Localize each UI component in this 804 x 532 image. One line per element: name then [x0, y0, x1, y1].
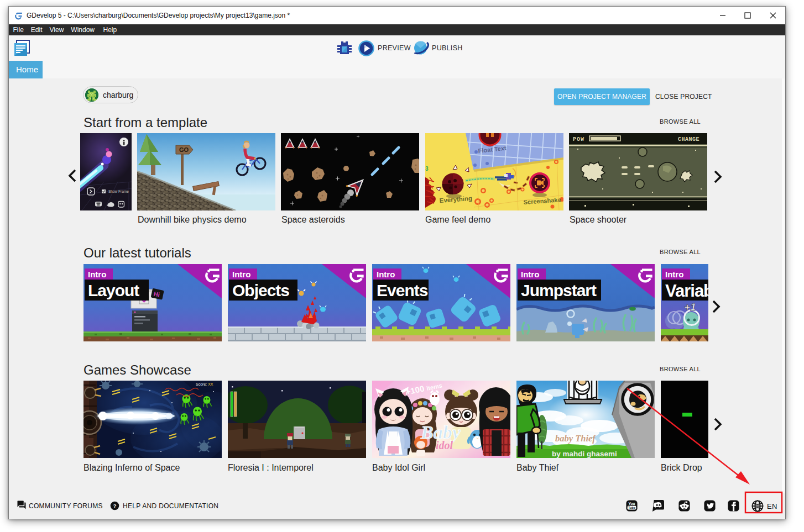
svg-text:3: 3 — [425, 166, 429, 172]
svg-text:idol: idol — [436, 439, 453, 451]
svg-text:Events: Events — [377, 281, 428, 299]
svg-text:Intro: Intro — [521, 270, 539, 279]
svg-text:Show Frame: Show Frame — [108, 189, 129, 193]
svg-text:Intro: Intro — [88, 270, 106, 279]
svg-text:Variab: Variab — [665, 281, 708, 301]
svg-text:?: ? — [113, 503, 116, 509]
svg-text:Score: XX: Score: XX — [196, 382, 213, 386]
svg-text:Intro: Intro — [232, 270, 250, 279]
svg-text:GO: GO — [179, 146, 189, 153]
svg-text:+1: +1 — [684, 301, 696, 313]
svg-text:POW: POW — [573, 136, 584, 143]
svg-text:You: You — [629, 502, 635, 505]
svg-text:Intro: Intro — [377, 270, 395, 279]
svg-text:Jumpstart: Jumpstart — [521, 281, 597, 299]
svg-text:Intro: Intro — [665, 270, 683, 279]
svg-text:Layout: Layout — [88, 281, 139, 299]
svg-text:by mahdi ghasemi: by mahdi ghasemi — [552, 450, 617, 458]
svg-text:CHANGE: CHANGE — [678, 136, 699, 143]
svg-text:baby Thief: baby Thief — [555, 433, 596, 444]
svg-text:Objects: Objects — [232, 281, 289, 299]
svg-text:Tube: Tube — [628, 506, 635, 509]
